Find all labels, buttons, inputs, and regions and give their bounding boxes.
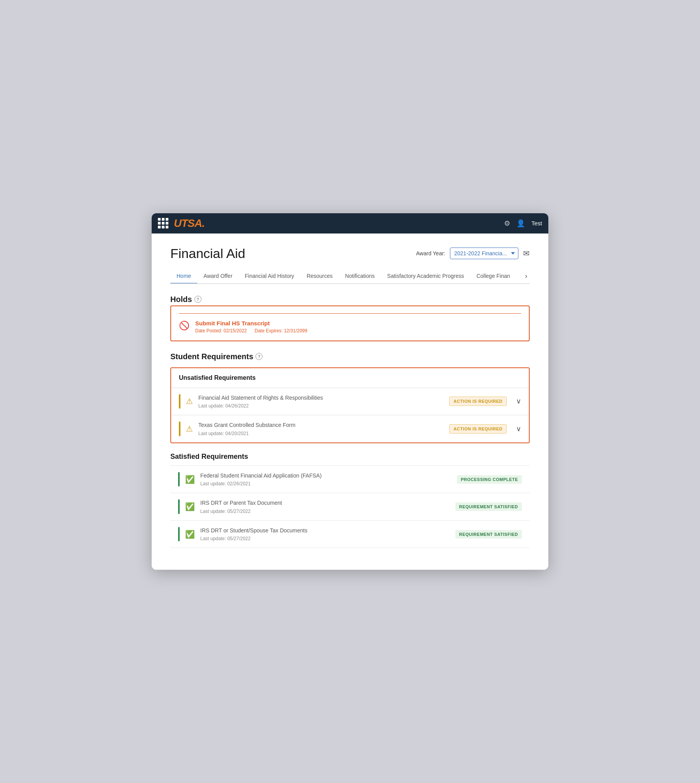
hold-date-posted: Date Posted: 02/15/2022 <box>195 328 247 334</box>
req-info-2: Texas Grant Controlled Substance Form La… <box>198 421 444 436</box>
tab-notifications[interactable]: Notifications <box>339 269 381 284</box>
warning-bar-2 <box>179 421 180 436</box>
student-requirements-section: Student Requirements ? Unsatisfied Requi… <box>170 352 530 548</box>
page-title: Financial Aid <box>170 246 245 261</box>
success-bar-1 <box>178 472 180 487</box>
mail-icon[interactable]: ✉ <box>523 249 530 258</box>
check-icon-1: ✅ <box>185 475 195 484</box>
topbar-left: UTSA. <box>158 217 205 230</box>
unsatisfied-req-item-2: ⚠ Texas Grant Controlled Substance Form … <box>171 415 529 442</box>
req-status-1: ACTION IS REQUIRED <box>449 397 507 406</box>
grid-menu-icon[interactable] <box>158 218 168 228</box>
satisfied-info-3: IRS DRT or Student/Spouse Tax Documents … <box>200 527 450 542</box>
topbar: UTSA. ⚙ 👤 Test <box>152 213 548 233</box>
warning-bar-1 <box>179 394 180 409</box>
settings-icon[interactable]: ⚙ <box>504 219 510 228</box>
award-year-label: Award Year: <box>416 250 445 256</box>
hold-title: Submit Final HS Transcript <box>195 320 307 327</box>
req-expand-2[interactable]: ∨ <box>516 425 521 433</box>
topbar-right: ⚙ 👤 Test <box>504 219 542 228</box>
unsatisfied-requirements-box: Unsatisfied Requirements ⚠ Financial Aid… <box>170 367 530 443</box>
req-update-2: Last update: 04/20/2021 <box>198 431 444 436</box>
satisfied-name-2: IRS DRT or Parent Tax Document <box>200 499 450 507</box>
tab-award-offer[interactable]: Award Offer <box>197 269 238 284</box>
holds-box: 🚫 Submit Final HS Transcript Date Posted… <box>170 305 530 341</box>
page-header: Financial Aid Award Year: 2021-2022 Fina… <box>170 246 530 261</box>
tab-satisfactory-academic-progress[interactable]: Satisfactory Academic Progress <box>381 269 471 284</box>
unsatisfied-req-item-1: ⚠ Financial Aid Statement of Rights & Re… <box>171 388 529 415</box>
hold-info: Submit Final HS Transcript Date Posted: … <box>195 320 307 334</box>
satisfied-req-item-2: ✅ IRS DRT or Parent Tax Document Last up… <box>170 493 530 520</box>
success-bar-2 <box>178 499 180 514</box>
req-update-1: Last update: 04/26/2022 <box>198 403 444 409</box>
satisfied-update-3: Last update: 05/27/2022 <box>200 536 450 541</box>
req-name-2: Texas Grant Controlled Substance Form <box>198 421 444 429</box>
warning-icon-1: ⚠ <box>186 397 193 406</box>
tab-resources[interactable]: Resources <box>300 269 339 284</box>
check-icon-3: ✅ <box>185 530 195 539</box>
satisfied-status-1: PROCESSING COMPLETE <box>457 475 522 484</box>
satisfied-req-item-1: ✅ Federal Student Financial Aid Applicat… <box>170 465 530 493</box>
satisfied-update-1: Last update: 02/26/2021 <box>200 481 452 486</box>
topbar-username: Test <box>531 220 542 226</box>
app-window: UTSA. ⚙ 👤 Test Financial Aid Award Year:… <box>152 213 548 570</box>
student-req-help-icon[interactable]: ? <box>256 353 262 360</box>
success-bar-3 <box>178 527 180 542</box>
satisfied-status-3: REQUIREMENT SATISFIED <box>455 530 522 539</box>
header-right: Award Year: 2021-2022 Financia... ✉ <box>416 248 530 259</box>
warning-icon-2: ⚠ <box>186 424 193 434</box>
holds-help-icon[interactable]: ? <box>194 296 201 303</box>
nav-more-icon[interactable]: › <box>523 269 530 283</box>
hold-date-expires: Date Expires: 12/31/2099 <box>255 328 307 334</box>
satisfied-requirements-section: Satisfied Requirements ✅ Federal Student… <box>170 453 530 548</box>
satisfied-status-2: REQUIREMENT SATISFIED <box>455 502 522 511</box>
satisfied-update-2: Last update: 05/27/2022 <box>200 509 450 514</box>
req-name-1: Financial Aid Statement of Rights & Resp… <box>198 394 444 402</box>
req-expand-1[interactable]: ∨ <box>516 397 521 406</box>
main-content: Financial Aid Award Year: 2021-2022 Fina… <box>152 233 548 570</box>
hold-dates: Date Posted: 02/15/2022 Date Expires: 12… <box>195 328 307 334</box>
check-icon-2: ✅ <box>185 502 195 511</box>
award-year-select[interactable]: 2021-2022 Financia... <box>450 248 518 259</box>
tab-college-finan[interactable]: College Finan <box>470 269 516 284</box>
satisfied-title: Satisfied Requirements <box>170 453 530 461</box>
holds-divider <box>179 313 521 314</box>
satisfied-info-1: Federal Student Financial Aid Applicatio… <box>200 472 452 487</box>
req-info-1: Financial Aid Statement of Rights & Resp… <box>198 394 444 409</box>
utsa-logo: UTSA. <box>174 217 205 230</box>
hold-item: 🚫 Submit Final HS Transcript Date Posted… <box>179 320 521 334</box>
satisfied-req-item-3: ✅ IRS DRT or Student/Spouse Tax Document… <box>170 520 530 548</box>
satisfied-name-1: Federal Student Financial Aid Applicatio… <box>200 472 452 480</box>
nav-tabs: Home Award Offer Financial Aid History R… <box>170 269 530 284</box>
tab-home[interactable]: Home <box>170 269 197 284</box>
tab-financial-aid-history[interactable]: Financial Aid History <box>239 269 301 284</box>
student-requirements-title: Student Requirements ? <box>170 352 530 361</box>
satisfied-info-2: IRS DRT or Parent Tax Document Last upda… <box>200 499 450 514</box>
satisfied-name-3: IRS DRT or Student/Spouse Tax Documents <box>200 527 450 535</box>
holds-section-title: Holds ? <box>170 295 530 304</box>
unsatisfied-header: Unsatisfied Requirements <box>171 368 529 388</box>
req-status-2: ACTION IS REQUIRED <box>449 424 507 434</box>
hold-ban-icon: 🚫 <box>179 321 190 332</box>
user-icon[interactable]: 👤 <box>516 219 525 228</box>
